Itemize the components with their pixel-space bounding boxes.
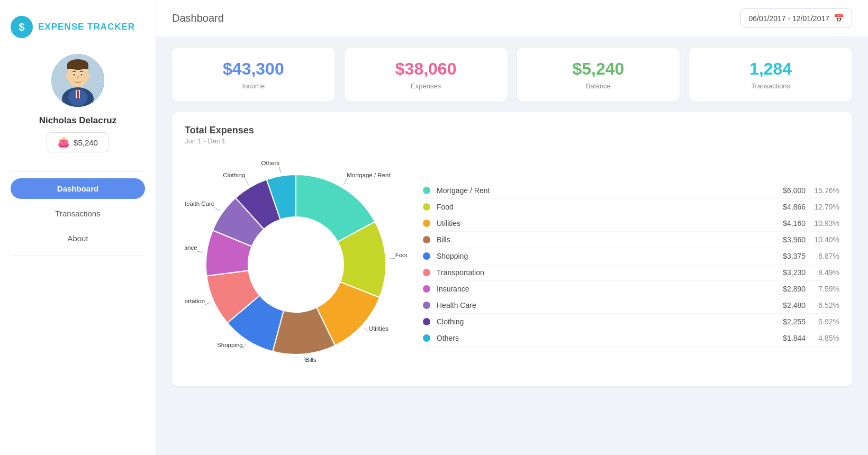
svg-line-25	[205, 302, 211, 305]
date-range-text: 06/01/2017 - 12/01/2017	[748, 14, 829, 23]
user-balance: $5,240	[74, 138, 98, 147]
legend-name: Health Care	[437, 301, 771, 310]
sidebar: $ EXPENSE TRACKER	[0, 0, 156, 455]
legend-dot	[423, 236, 430, 243]
legend-item: Others $1,844 4.85%	[423, 330, 839, 347]
svg-rect-5	[77, 91, 79, 98]
legend-amount: $1,844	[771, 334, 806, 342]
legend-pct: 12.79%	[813, 203, 839, 211]
top-bar: Dashboard 06/01/2017 - 12/01/2017 📅	[156, 0, 868, 37]
legend-item: Clothing $2,255 5.92%	[423, 314, 839, 330]
legend-pct: 8.49%	[813, 268, 839, 277]
legend-amount: $2,255	[771, 317, 806, 326]
legend-amount: $2,480	[771, 301, 806, 310]
chart-section: Total Expenses Jun 1 - Dec 1 Mortgage / …	[172, 112, 852, 386]
legend-dot	[423, 187, 430, 194]
legend-name: Clothing	[437, 317, 771, 326]
legend-item: Shopping $3,375 8.87%	[423, 248, 839, 265]
nav-transactions[interactable]: Transactions	[11, 203, 145, 224]
legend-dot	[423, 252, 430, 260]
transactions-value: 1,284	[749, 59, 792, 79]
legend-pct: 5.92%	[813, 317, 839, 326]
svg-line-31	[245, 179, 248, 184]
balance-badge: 👛 $5,240	[47, 132, 109, 152]
donut-chart: Mortgage / RentFoodUtilitiesBillsShoppin…	[185, 153, 407, 376]
nav-about[interactable]: About	[11, 228, 145, 249]
expenses-label: Expenses	[411, 82, 441, 90]
svg-text:Insurance: Insurance	[185, 244, 197, 251]
divider-bottom	[11, 255, 145, 256]
svg-line-19	[364, 328, 369, 332]
legend-dot	[423, 318, 430, 325]
svg-text:Utilities: Utilities	[369, 325, 388, 332]
legend-item: Health Care $2,480 6.52%	[423, 297, 839, 314]
legend-dot	[423, 269, 430, 276]
legend-amount: $3,375	[771, 252, 806, 260]
legend-name: Insurance	[437, 285, 771, 293]
summary-row: $43,300 Income $38,060 Expenses $5,240 B…	[156, 37, 868, 112]
nav-dashboard[interactable]: Dashboard	[11, 178, 145, 199]
legend-amount: $3,230	[771, 268, 806, 277]
legend-amount: $4,866	[771, 203, 806, 211]
legend-item: Food $4,866 12.79%	[423, 199, 839, 215]
legend-dot	[423, 203, 430, 211]
svg-text:Mortgage / Rent: Mortgage / Rent	[347, 172, 391, 178]
balance-label: Balance	[586, 82, 611, 90]
legend-dot	[423, 220, 430, 227]
legend-dot	[423, 334, 430, 342]
expenses-card: $38,060 Expenses	[345, 48, 508, 102]
svg-text:Clothing: Clothing	[223, 172, 245, 178]
page-title: Dashboard	[172, 12, 224, 24]
transactions-label: Transactions	[751, 82, 790, 90]
svg-rect-8	[67, 65, 88, 69]
wallet-icon: 👛	[58, 136, 69, 148]
svg-line-23	[243, 343, 246, 349]
svg-line-27	[197, 251, 204, 252]
legend-amount: $4,160	[771, 219, 806, 228]
legend-amount: $3,960	[771, 235, 806, 244]
legend-pct: 6.52%	[813, 301, 839, 310]
svg-point-11	[74, 74, 75, 76]
svg-point-12	[81, 74, 83, 76]
legend-pct: 15.76%	[813, 186, 839, 195]
legend-name: Utilities	[437, 219, 771, 228]
transactions-card: 1,284 Transactions	[689, 48, 852, 102]
legend-pct: 10.40%	[813, 235, 839, 244]
svg-text:Transportation: Transportation	[185, 298, 205, 304]
legend-dot	[423, 302, 430, 309]
legend-pct: 8.87%	[813, 252, 839, 260]
svg-text:Food: Food	[395, 252, 407, 258]
chart-subtitle: Jun 1 - Dec 1	[185, 137, 839, 145]
legend-name: Shopping	[437, 252, 771, 260]
svg-point-13	[66, 74, 69, 79]
balance-card: $5,240 Balance	[517, 48, 680, 102]
legend-item: Mortgage / Rent $6,000 15.76%	[423, 183, 839, 199]
calendar-icon: 📅	[834, 13, 844, 23]
date-range-button[interactable]: 06/01/2017 - 12/01/2017 📅	[740, 8, 852, 28]
legend-pct: 4.85%	[813, 334, 839, 342]
legend-dot	[423, 285, 430, 293]
income-card: $43,300 Income	[172, 48, 335, 102]
svg-line-29	[214, 207, 220, 211]
svg-text:Others: Others	[261, 160, 279, 166]
svg-line-15	[343, 179, 347, 184]
svg-point-14	[87, 74, 90, 79]
income-label: Income	[242, 82, 265, 90]
legend-item: Transportation $3,230 8.49%	[423, 265, 839, 281]
expenses-value: $38,060	[395, 59, 457, 79]
chart-content: Mortgage / RentFoodUtilitiesBillsShoppin…	[185, 153, 839, 376]
avatar	[51, 54, 104, 107]
svg-text:Shopping: Shopping	[217, 342, 243, 348]
svg-line-33	[279, 167, 281, 173]
legend-pct: 10.93%	[813, 219, 839, 228]
legend-item: Insurance $2,890 7.59%	[423, 281, 839, 297]
balance-value: $5,240	[572, 59, 624, 79]
legend-name: Food	[437, 203, 771, 211]
legend-item: Utilities $4,160 10.93%	[423, 215, 839, 232]
user-name: Nicholas Delacruz	[39, 115, 116, 126]
income-value: $43,300	[223, 59, 284, 79]
legend-amount: $2,890	[771, 285, 806, 293]
divider-top	[11, 171, 145, 172]
legend-name: Transportation	[437, 268, 771, 277]
legend-name: Bills	[437, 235, 771, 244]
